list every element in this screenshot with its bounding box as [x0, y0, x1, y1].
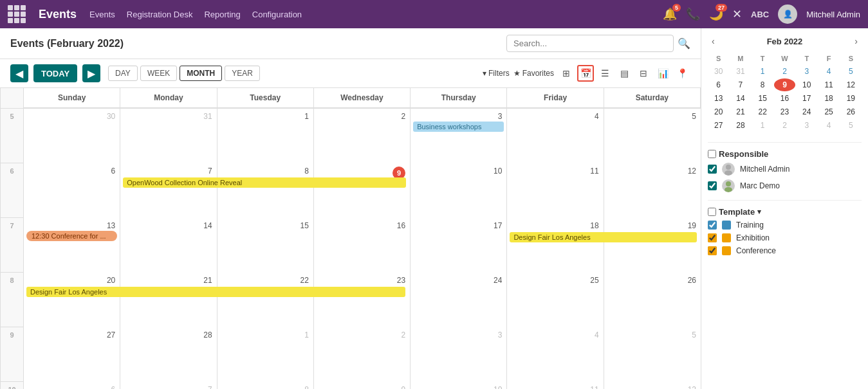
calendar-day[interactable]: 2 — [314, 327, 411, 385]
mini-cal-day[interactable]: 21 — [730, 105, 751, 118]
mini-cal-day[interactable]: 1 — [752, 65, 773, 78]
mini-cal-day[interactable]: 6 — [708, 78, 729, 91]
calendar-day[interactable]: 5 — [604, 327, 701, 385]
mini-cal-day[interactable]: 16 — [774, 92, 795, 105]
mini-cal-day[interactable]: 26 — [840, 105, 862, 118]
mini-cal-day[interactable]: 30 — [708, 65, 729, 78]
template-checkbox[interactable] — [708, 208, 716, 216]
close-icon[interactable]: ✕ — [732, 7, 742, 21]
event-design-fair-2[interactable]: Design Fair Los Angeles — [26, 287, 405, 297]
filters-button[interactable]: ▾ Filters — [483, 69, 510, 78]
list-view-icon[interactable]: ☰ — [596, 65, 613, 82]
calendar-day[interactable]: 2 — [314, 109, 411, 167]
table-view-icon[interactable]: ▤ — [616, 65, 633, 82]
mini-cal-day[interactable]: 5 — [840, 119, 862, 132]
mini-cal-day[interactable]: 3 — [796, 119, 817, 132]
menu-reporting[interactable]: Reporting — [204, 10, 240, 19]
mini-cal-day[interactable]: 25 — [818, 105, 839, 118]
mitchell-checkbox[interactable] — [708, 165, 717, 174]
event-design-fair-1[interactable]: Design Fair Los Angeles — [510, 232, 697, 242]
mini-cal-day[interactable]: 18 — [818, 92, 839, 105]
today-button[interactable]: TODAY — [33, 64, 77, 82]
mini-cal-day[interactable]: 15 — [752, 92, 773, 105]
event-openwood[interactable]: OpenWood Collection Online Reveal — [123, 177, 406, 188]
mini-cal-day[interactable]: 11 — [818, 78, 839, 91]
mini-cal-day[interactable]: 4 — [818, 65, 839, 78]
mini-cal-day[interactable]: 13 — [708, 92, 729, 105]
mini-cal-day[interactable]: 1 — [752, 119, 773, 132]
filter-mitchell[interactable]: Mitchell Admin — [708, 163, 862, 176]
calendar-day[interactable]: 1 — [217, 327, 314, 385]
mini-cal-day[interactable]: 22 — [752, 105, 773, 118]
mini-cal-day-today[interactable]: 9 — [774, 78, 795, 91]
mini-cal-day[interactable]: 19 — [840, 92, 862, 105]
mini-cal-day[interactable]: 27 — [708, 119, 729, 132]
calendar-day[interactable]: 9 — [314, 163, 411, 221]
next-button[interactable]: ▶ — [82, 64, 100, 82]
app-grid-icon[interactable] — [8, 5, 26, 23]
mini-cal-day[interactable]: 23 — [774, 105, 795, 118]
mini-cal-next[interactable]: › — [851, 35, 862, 48]
calendar-day[interactable]: 8 — [217, 163, 314, 221]
moon-icon[interactable]: 🌙27 — [709, 7, 723, 21]
mini-cal-day[interactable]: 14 — [730, 92, 751, 105]
calendar-day[interactable]: 12 — [604, 163, 701, 221]
mini-cal-day[interactable]: 31 — [730, 65, 751, 78]
calendar-day[interactable]: 7 OpenWood Collection Online Reveal — [120, 163, 217, 221]
chart-view-icon[interactable]: 📊 — [654, 65, 671, 82]
calendar-day[interactable]: 20 Design Fair Los Angeles — [24, 273, 120, 330]
menu-registration[interactable]: Registration Desk — [127, 10, 193, 19]
calendar-day[interactable]: 28 — [120, 327, 217, 385]
mini-cal-day[interactable]: 2 — [774, 65, 795, 78]
calendar-day[interactable]: 6 — [24, 382, 120, 389]
calendar-day[interactable]: 6 — [24, 163, 120, 221]
abc-label[interactable]: ABC — [751, 10, 769, 19]
calendar-day[interactable]: 7 — [120, 382, 217, 389]
mini-cal-day[interactable]: 5 — [840, 65, 862, 78]
filter-marc[interactable]: Marc Demo — [708, 179, 862, 192]
mini-cal-day[interactable]: 7 — [730, 78, 751, 91]
calendar-day[interactable]: 31 — [120, 109, 217, 167]
conference-checkbox[interactable] — [708, 246, 717, 255]
mini-cal-day[interactable]: 17 — [796, 92, 817, 105]
calendar-day[interactable]: 5 — [604, 109, 701, 167]
calendar-day[interactable]: 4 — [507, 327, 604, 385]
mini-cal-day[interactable]: 28 — [730, 119, 751, 132]
user-avatar[interactable]: 👤 — [778, 5, 797, 24]
calendar-day[interactable]: 8 — [217, 382, 314, 389]
calendar-day[interactable]: 16 — [314, 218, 411, 276]
calendar-day[interactable]: 24 — [411, 273, 507, 330]
calendar-day[interactable]: 17 — [411, 218, 507, 276]
marc-checkbox[interactable] — [708, 181, 717, 190]
notifications-icon[interactable]: 🔔5 — [663, 7, 677, 21]
prev-button[interactable]: ◀ — [10, 64, 28, 82]
calendar-day[interactable]: 13 12:30 Conference for ... — [24, 218, 120, 276]
event-business-workshops[interactable]: Business workshops — [413, 122, 504, 132]
mini-cal-day[interactable]: 8 — [752, 78, 773, 91]
calendar-day[interactable]: 10 15:00 An unpublished... — [411, 382, 507, 389]
calendar-day[interactable]: 21 — [120, 273, 217, 330]
calendar-day[interactable]: 23 — [314, 273, 411, 330]
calendar-day[interactable]: 26 — [604, 273, 701, 330]
menu-events[interactable]: Events — [89, 10, 115, 19]
kanban-view-icon[interactable]: ⊞ — [558, 65, 575, 82]
calendar-day[interactable]: 27 — [24, 327, 120, 385]
calendar-day[interactable]: 3 Business workshops — [411, 109, 507, 167]
tab-week[interactable]: WEEK — [140, 66, 177, 81]
calendar-day[interactable]: 4 — [507, 109, 604, 167]
phone-icon[interactable]: 📞 — [686, 7, 700, 21]
mini-cal-day[interactable]: 10 — [796, 78, 817, 91]
grid-view-icon[interactable]: ⊟ — [635, 65, 652, 82]
calendar-day[interactable]: 1 — [217, 109, 314, 167]
training-checkbox[interactable] — [708, 221, 717, 230]
template-dropdown-icon[interactable]: ▾ — [757, 208, 761, 216]
calendar-day[interactable]: 30 — [24, 109, 120, 167]
filter-conference[interactable]: Conference — [708, 246, 862, 255]
tab-year[interactable]: YEAR — [225, 66, 260, 81]
search-icon[interactable]: 🔍 — [678, 37, 690, 50]
mini-cal-day[interactable]: 2 — [774, 119, 795, 132]
filter-training[interactable]: Training — [708, 221, 862, 230]
mini-cal-day[interactable]: 24 — [796, 105, 817, 118]
calendar-day[interactable]: 10 — [411, 163, 507, 221]
calendar-day[interactable]: 12 — [604, 382, 701, 389]
